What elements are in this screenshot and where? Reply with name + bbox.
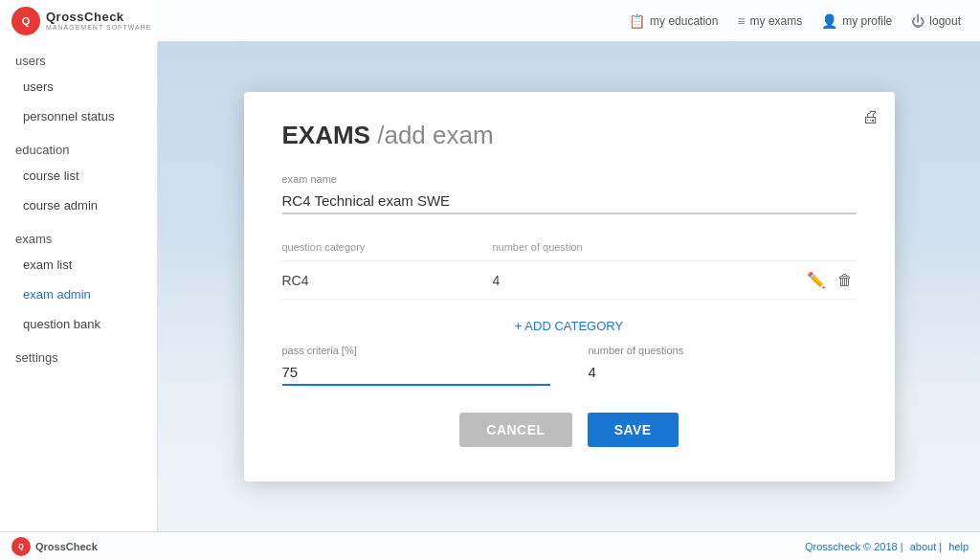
sidebar-section-exams: exams xyxy=(0,220,157,250)
sidebar-section-education: education xyxy=(0,131,157,161)
nav-logout-label: logout xyxy=(929,14,961,28)
cancel-button[interactable]: CANCEL xyxy=(459,413,571,447)
nav-logout[interactable]: ⏻ logout xyxy=(911,13,961,29)
footer-help-link[interactable]: help xyxy=(948,541,969,552)
num-questions-value: 4 xyxy=(589,360,857,384)
footer: Q QrossCheck Qrosscheck © 2018 | about |… xyxy=(0,531,980,560)
footer-copyright: Qrosscheck © 2018 | xyxy=(805,541,903,552)
sidebar-item-exam-list[interactable]: exam list xyxy=(0,250,157,280)
exam-name-field: exam name xyxy=(282,173,857,214)
sidebar-item-course-admin[interactable]: course admin xyxy=(0,190,157,220)
num-questions-field: number of questions 4 xyxy=(589,345,857,386)
row-actions: ✏️ 🗑 xyxy=(721,261,857,300)
footer-logo-circle: Q xyxy=(11,537,31,556)
exam-name-label: exam name xyxy=(282,173,857,185)
nav-education-label: my education xyxy=(650,14,718,28)
logo-circle: Q xyxy=(11,7,40,35)
pass-criteria-field: pass criteria [%] xyxy=(282,345,550,386)
edit-row-button[interactable]: ✏️ xyxy=(803,271,830,289)
table-row: RC4 4 ✏️ 🗑 xyxy=(282,261,857,300)
bottom-fields: pass criteria [%] number of questions 4 xyxy=(282,345,857,386)
exam-name-input[interactable] xyxy=(282,189,857,214)
footer-about-link[interactable]: about xyxy=(910,541,937,552)
sidebar-item-exam-admin[interactable]: exam admin xyxy=(0,280,157,309)
pass-criteria-label: pass criteria [%] xyxy=(282,345,550,356)
logo-text: QrossCheck Management Software xyxy=(46,11,151,32)
pass-criteria-input[interactable] xyxy=(282,360,550,386)
sidebar-item-personnel-status[interactable]: personnel status xyxy=(0,101,157,131)
brand-name: QrossCheck xyxy=(46,11,151,24)
main-content: 🖨 EXAMS /add exam exam name question cat… xyxy=(158,42,980,531)
nav-profile-label: my profile xyxy=(842,14,892,28)
sidebar: users users personnel status education c… xyxy=(0,42,158,531)
category-table: question category number of question RC4… xyxy=(282,237,857,300)
delete-row-button[interactable]: 🗑 xyxy=(834,272,857,289)
footer-links: Qrosscheck © 2018 | about | help xyxy=(805,541,969,552)
logout-icon: ⏻ xyxy=(911,13,924,29)
nav-my-education[interactable]: 📋 my education xyxy=(629,13,718,29)
col-count-header: number of question xyxy=(492,237,721,261)
sidebar-section-users: users xyxy=(0,42,157,72)
logo: Q QrossCheck Management Software xyxy=(0,0,158,42)
print-icon[interactable]: 🖨 xyxy=(862,107,880,127)
nav-my-exams[interactable]: ≡ my exams xyxy=(737,13,802,29)
save-button[interactable]: SAVE xyxy=(588,413,679,447)
sidebar-item-question-bank[interactable]: question bank xyxy=(0,309,157,339)
sidebar-item-course-list[interactable]: course list xyxy=(0,161,157,190)
count-cell: 4 xyxy=(492,261,721,300)
logo-letter: Q xyxy=(22,15,31,27)
education-icon: 📋 xyxy=(629,13,645,29)
profile-icon: 👤 xyxy=(821,13,837,29)
nav-exams-label: my exams xyxy=(750,14,803,28)
dialog-title: EXAMS /add exam xyxy=(282,121,857,150)
footer-logo: Q QrossCheck xyxy=(11,537,98,556)
dialog-actions: CANCEL SAVE xyxy=(282,413,857,447)
nav-my-profile[interactable]: 👤 my profile xyxy=(821,13,892,29)
col-category-header: question category xyxy=(282,237,493,261)
exams-icon: ≡ xyxy=(737,13,745,29)
sidebar-section-settings: settings xyxy=(0,339,157,369)
exam-dialog: 🖨 EXAMS /add exam exam name question cat… xyxy=(244,92,895,482)
footer-brand-name: QrossCheck xyxy=(35,541,98,552)
add-category-button[interactable]: + ADD CATEGORY xyxy=(282,307,857,345)
brand-sub: Management Software xyxy=(46,24,151,32)
navbar: Q QrossCheck Management Software 📋 my ed… xyxy=(0,0,980,42)
num-questions-label: number of questions xyxy=(589,345,857,356)
category-cell: RC4 xyxy=(282,261,493,300)
sidebar-item-users[interactable]: users xyxy=(0,72,157,101)
